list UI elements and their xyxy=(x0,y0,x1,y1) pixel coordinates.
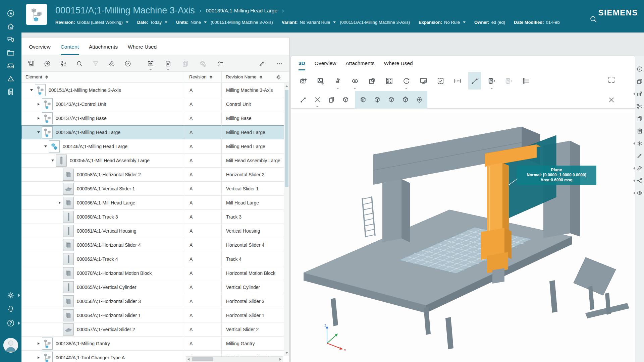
chevron-down-icon[interactable] xyxy=(490,88,493,89)
tree-row-milling-head-large[interactable]: 000146/A;1-Milling Head LargeAMilling He… xyxy=(21,139,289,154)
tree-row-mill-head-assembly-large[interactable]: 000055/A;1-Mill Head Assembly LargeAMill… xyxy=(21,154,289,168)
tree-row-horizontal-slider-1[interactable]: 000064/A;1-Horizontal Slider 1AHorizonta… xyxy=(21,308,289,322)
tab-3d[interactable]: 3D xyxy=(299,60,305,70)
section-cut-button[interactable] xyxy=(485,72,498,89)
scrollbar-thumb[interactable] xyxy=(192,357,213,361)
expand-icon[interactable] xyxy=(36,356,41,359)
capture-image-button[interactable] xyxy=(314,72,327,89)
rail-related-objects-button[interactable] xyxy=(636,78,643,85)
chevron-down-icon[interactable] xyxy=(126,21,128,23)
rail-open-share-button[interactable] xyxy=(636,90,643,97)
flyout-arrow-icon[interactable] xyxy=(633,179,635,182)
quick-measure-button[interactable]: ? xyxy=(451,72,464,89)
tree-row-horizontal-slider-2[interactable]: 000058/A;1-Horizontal Slider 2AHorizonta… xyxy=(21,168,289,182)
expand-icon[interactable] xyxy=(36,103,41,106)
tree-row-mill-head-large[interactable]: 000066/A;1-Mill Head LargeAMill Head Lar… xyxy=(21,196,289,210)
breadcrumb[interactable]: 000139/A;1-Milling Head Large xyxy=(206,8,277,14)
fit-view-button[interactable] xyxy=(383,72,395,89)
chevron-down-icon[interactable] xyxy=(333,21,336,23)
chevron-down-icon[interactable] xyxy=(165,21,167,23)
chevron-down-icon[interactable] xyxy=(316,106,319,107)
export-excel-button[interactable] xyxy=(162,57,174,71)
scroll-down-icon[interactable] xyxy=(285,352,288,354)
rail-info-button[interactable] xyxy=(636,66,643,72)
tree-row-vertical-slider-1[interactable]: 000059/A;1-Vertical Slider 1AVertical Sl… xyxy=(21,182,289,196)
tree-row-track-4[interactable]: 000062/A;1-Track 4ATrack 4 xyxy=(21,252,289,266)
expand-icon[interactable] xyxy=(57,201,62,204)
tree-row-control-unit[interactable]: 000143/A;1-Control UnitAControl Unit xyxy=(21,97,289,111)
tree-row-horizontal-slider-3[interactable]: 000056/A;1-Horizontal Slider 3AHorizonta… xyxy=(21,294,289,308)
3d-viewport[interactable]: Plane Normal: [0.0000 -1.0000 0.0000] Ar… xyxy=(291,113,635,362)
snap-vertex-button[interactable] xyxy=(399,92,411,108)
chevron-down-icon[interactable] xyxy=(336,88,339,89)
section-view-button[interactable] xyxy=(366,72,378,89)
sidebar-conversations-button[interactable] xyxy=(6,35,15,44)
sidebar-help-button[interactable] xyxy=(6,319,15,327)
display-settings-button[interactable] xyxy=(417,72,430,89)
sidebar-changes-button[interactable] xyxy=(6,74,15,83)
sort-icon[interactable] xyxy=(210,75,212,79)
tab-attachments[interactable]: Attachments xyxy=(89,44,118,55)
more-options-button[interactable] xyxy=(273,57,286,71)
avatar[interactable] xyxy=(3,338,18,353)
sort-icon[interactable] xyxy=(260,75,262,79)
rail-copy-button[interactable] xyxy=(636,115,643,122)
sidebar-favorites-button[interactable] xyxy=(6,87,15,96)
flyout-arrow-icon[interactable] xyxy=(633,142,635,145)
snap-more-button[interactable] xyxy=(413,92,425,108)
add-button[interactable] xyxy=(41,57,54,71)
tab-where-used[interactable]: Where Used xyxy=(384,60,413,70)
compare-split-button[interactable] xyxy=(144,57,157,71)
horizontal-scrollbar[interactable] xyxy=(186,356,283,362)
sidebar-settings-button[interactable] xyxy=(6,291,15,300)
visibility-button[interactable] xyxy=(348,72,361,89)
tree-row-milling-base[interactable]: 000137/A;1-Milling BaseAMilling Base xyxy=(21,111,289,125)
expand-icon[interactable] xyxy=(36,117,41,120)
sidebar-back-button[interactable] xyxy=(6,9,15,18)
snap-intersection-button[interactable] xyxy=(311,92,323,108)
scroll-left-icon[interactable] xyxy=(187,358,190,361)
close-measure-button[interactable] xyxy=(607,96,615,104)
snap-face-button[interactable] xyxy=(357,92,369,108)
rail-tools-button[interactable] xyxy=(636,165,643,172)
search-structure-button[interactable] xyxy=(73,57,86,71)
column-header-element[interactable]: Element xyxy=(21,72,185,82)
multi-select-button[interactable] xyxy=(214,57,227,71)
rotate-view-button[interactable] xyxy=(400,72,413,89)
tab-attachments[interactable]: Attachments xyxy=(345,60,374,70)
tree-row-milling-gantry[interactable]: 000138/A;1-Milling GantryAMilling Gantry xyxy=(21,337,289,351)
chevron-down-icon[interactable] xyxy=(405,88,408,89)
tree-row-vertical-cylinder[interactable]: 000065/A;1-Vertical CylinderAVertical Cy… xyxy=(21,280,289,294)
tab-overview[interactable]: Overview xyxy=(315,60,336,70)
tree-row-horizontal-slider-4[interactable]: 000063/A;1-Horizontal Slider 4AHorizonta… xyxy=(21,238,289,252)
expand-icon[interactable] xyxy=(36,342,41,345)
column-header-revision[interactable]: Revision xyxy=(185,72,222,82)
scroll-up-icon[interactable] xyxy=(285,85,288,87)
scroll-right-icon[interactable] xyxy=(279,358,281,361)
tab-overview[interactable]: Overview xyxy=(29,44,51,55)
rail-visibility-control-button[interactable] xyxy=(636,190,643,196)
tab-content[interactable]: Content xyxy=(61,44,79,55)
tab-where-used[interactable]: Where Used xyxy=(128,44,157,55)
meta-date[interactable]: Date:Today xyxy=(137,20,167,25)
copy-measurements-button[interactable] xyxy=(325,92,337,108)
meta-revision[interactable]: Revision:Global (Latest Working) xyxy=(55,20,128,25)
model-views-button[interactable] xyxy=(331,72,344,89)
sort-icon[interactable] xyxy=(45,75,48,79)
column-settings-button[interactable] xyxy=(275,74,282,80)
tree-row-horizontal-motion-block[interactable]: 000070/A;1-Horizontal Motion BlockAHoriz… xyxy=(21,266,289,280)
replace-structure-button[interactable] xyxy=(57,57,70,71)
tree-row-milling-head-large[interactable]: 000139/A;1-Milling Head LargeAMilling He… xyxy=(21,125,289,139)
flyout-arrow-icon[interactable] xyxy=(633,93,635,95)
collapse-icon[interactable] xyxy=(29,89,34,91)
area-select-button[interactable] xyxy=(434,72,447,89)
sidebar-notifications-button[interactable] xyxy=(6,304,15,313)
snapshot-button[interactable] xyxy=(297,72,310,89)
chevron-down-icon[interactable] xyxy=(167,69,169,70)
sidebar-folders-button[interactable] xyxy=(6,48,15,57)
tree-row-vertical-housing[interactable]: 000061/A;1-Vertical HousingAVertical Hou… xyxy=(21,224,289,238)
chevron-down-icon[interactable] xyxy=(463,21,466,23)
sidebar-inbox-button[interactable] xyxy=(6,61,15,70)
fullscreen-button[interactable] xyxy=(607,76,615,84)
search-icon[interactable] xyxy=(589,15,598,23)
